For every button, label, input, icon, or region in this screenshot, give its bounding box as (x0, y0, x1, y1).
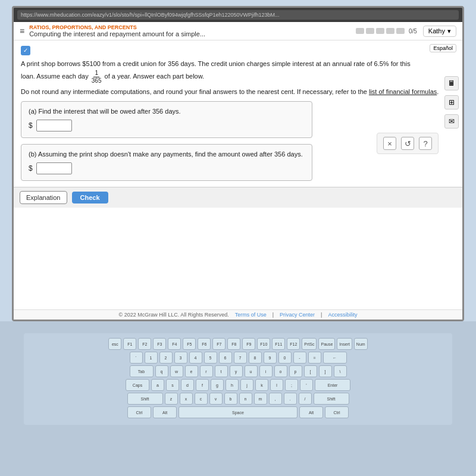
key-esc[interactable]: esc (108, 338, 121, 350)
key-9[interactable]: 9 (264, 352, 277, 364)
key-8[interactable]: 8 (249, 352, 262, 364)
key-1[interactable]: 1 (145, 352, 158, 364)
key-equals[interactable]: = (308, 352, 321, 364)
question-a-input-row: $ (29, 120, 305, 131)
key-5[interactable]: 5 (204, 352, 217, 364)
key-f6[interactable]: F6 (198, 338, 211, 350)
key-d[interactable]: d (181, 379, 194, 391)
key-y[interactable]: y (230, 365, 243, 377)
key-caps[interactable]: Caps (126, 379, 149, 391)
check-button[interactable]: Check (72, 192, 108, 203)
key-6[interactable]: 6 (219, 352, 232, 364)
key-backtick[interactable]: ` (130, 352, 143, 364)
x-button[interactable]: × (383, 137, 396, 150)
key-c[interactable]: c (195, 393, 208, 405)
key-f7[interactable]: F7 (212, 338, 226, 350)
help-button[interactable]: ? (419, 137, 432, 150)
fraction: 1365 (90, 73, 103, 80)
key-row-func: esc F1 F2 F3 F4 F5 F6 F7 F8 F9 F10 F11 F… (29, 338, 447, 350)
key-f8[interactable]: F8 (227, 338, 240, 350)
mail-icon-btn[interactable]: ✉ (444, 114, 459, 129)
key-f10[interactable]: F10 (257, 338, 270, 350)
key-k[interactable]: k (255, 379, 268, 391)
expand-button[interactable]: ✓ (21, 46, 30, 55)
key-3[interactable]: 3 (174, 352, 187, 364)
key-f3[interactable]: F3 (153, 338, 166, 350)
key-shift-left[interactable]: Shift (127, 393, 163, 405)
key-r[interactable]: r (200, 365, 213, 377)
key-q[interactable]: q (155, 365, 168, 377)
key-lbracket[interactable]: [ (304, 365, 317, 377)
url-bar[interactable]: https://www.mheducation.com/eazy/v1/slo/… (17, 10, 459, 20)
key-i[interactable]: i (259, 365, 273, 377)
key-0[interactable]: 0 (278, 352, 292, 364)
key-t[interactable]: t (215, 365, 228, 377)
key-period[interactable]: . (284, 393, 297, 405)
hamburger-menu[interactable]: ≡ (20, 26, 24, 36)
key-b[interactable]: b (224, 393, 237, 405)
question-a-box: (a) Find the interest that will be owed … (21, 101, 312, 138)
explanation-button[interactable]: Explanation (20, 191, 67, 204)
privacy-link[interactable]: Privacy Center (280, 312, 315, 318)
espanol-button[interactable]: Español (430, 44, 456, 52)
app-header-left: ≡ RATIOS, PROPORTIONS, AND PERCENTS Comp… (20, 24, 205, 37)
question-a-input[interactable] (36, 120, 72, 131)
key-f2[interactable]: F2 (138, 338, 151, 350)
key-f1[interactable]: F1 (123, 338, 136, 350)
key-f5[interactable]: F5 (183, 338, 196, 350)
key-minus[interactable]: - (293, 352, 306, 364)
key-num[interactable]: Num (354, 338, 368, 350)
key-j[interactable]: j (240, 379, 253, 391)
question-b-input[interactable] (36, 162, 72, 174)
key-backslash[interactable]: \ (334, 365, 347, 377)
key-enter[interactable]: Enter (315, 379, 350, 391)
key-x[interactable]: x (180, 393, 193, 405)
key-o[interactable]: o (274, 365, 287, 377)
key-semicolon[interactable]: ; (285, 379, 298, 391)
key-g[interactable]: g (211, 379, 224, 391)
key-f9[interactable]: F9 (242, 338, 255, 350)
key-f4[interactable]: F4 (168, 338, 181, 350)
key-f[interactable]: f (196, 379, 209, 391)
key-pause[interactable]: Pause (318, 338, 335, 350)
key-4[interactable]: 4 (189, 352, 202, 364)
user-button[interactable]: Kathy ▾ (423, 26, 456, 37)
key-quote[interactable]: ' (300, 379, 313, 391)
key-ctrl-left[interactable]: Ctrl (127, 406, 151, 418)
key-a[interactable]: a (151, 379, 164, 391)
key-prtsc[interactable]: PrtSc (302, 338, 317, 350)
key-s[interactable]: s (166, 379, 179, 391)
key-insert[interactable]: Insert (337, 338, 352, 350)
key-alt-left[interactable]: Alt (153, 406, 177, 418)
key-u[interactable]: u (245, 365, 258, 377)
instruction-text: Do not round any intermediate computatio… (21, 88, 455, 95)
key-space[interactable]: Space (178, 406, 298, 418)
key-p[interactable]: p (289, 365, 302, 377)
key-e[interactable]: e (185, 365, 198, 377)
key-7[interactable]: 7 (234, 352, 247, 364)
calculator-icon-btn[interactable]: 🖩 (444, 76, 459, 90)
key-n[interactable]: n (239, 393, 252, 405)
accessibility-link[interactable]: Accessibility (328, 312, 357, 318)
key-f11[interactable]: F11 (272, 338, 285, 350)
key-comma[interactable]: , (269, 393, 282, 405)
key-w[interactable]: w (170, 365, 183, 377)
key-shift-right[interactable]: Shift (314, 393, 349, 405)
key-z[interactable]: z (165, 393, 178, 405)
undo-button[interactable]: ↺ (401, 137, 414, 150)
key-rbracket[interactable]: ] (319, 365, 332, 377)
key-v[interactable]: v (209, 393, 223, 405)
key-h[interactable]: h (226, 379, 239, 391)
key-slash[interactable]: / (299, 393, 312, 405)
key-backspace[interactable]: ← (323, 352, 347, 364)
terms-link[interactable]: Terms of Use (235, 312, 267, 318)
key-tab[interactable]: Tab (130, 365, 154, 377)
table-icon-btn[interactable]: ⊞ (444, 95, 459, 109)
financial-formulas-link[interactable]: list of financial formulas (369, 88, 437, 95)
key-f12[interactable]: F12 (287, 338, 300, 350)
key-l[interactable]: l (270, 379, 283, 391)
key-ctrl-right[interactable]: Ctrl (325, 406, 349, 418)
key-2[interactable]: 2 (159, 352, 173, 364)
key-alt-right[interactable]: Alt (299, 406, 323, 418)
key-m[interactable]: m (254, 393, 267, 405)
